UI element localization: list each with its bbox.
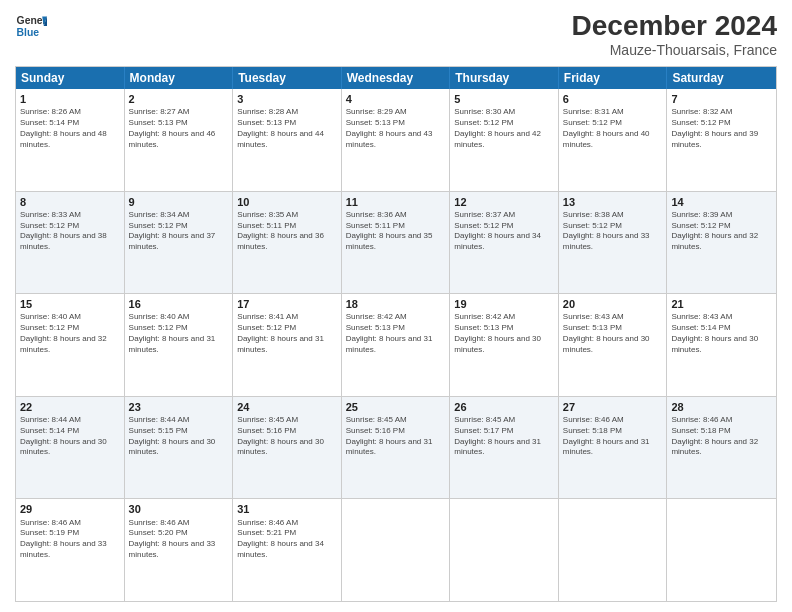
cell-info: Sunrise: 8:34 AMSunset: 5:12 PMDaylight:… <box>129 210 229 253</box>
calendar-cell: 29Sunrise: 8:46 AMSunset: 5:19 PMDayligh… <box>16 499 125 601</box>
cell-info: Sunrise: 8:38 AMSunset: 5:12 PMDaylight:… <box>563 210 663 253</box>
page: General Blue December 2024 Mauze-Thouars… <box>0 0 792 612</box>
day-number: 9 <box>129 195 229 209</box>
day-number: 27 <box>563 400 663 414</box>
day-number: 16 <box>129 297 229 311</box>
day-number: 15 <box>20 297 120 311</box>
cell-info: Sunrise: 8:39 AMSunset: 5:12 PMDaylight:… <box>671 210 772 253</box>
cell-info: Sunrise: 8:27 AMSunset: 5:13 PMDaylight:… <box>129 107 229 150</box>
calendar-cell <box>342 499 451 601</box>
cell-info: Sunrise: 8:37 AMSunset: 5:12 PMDaylight:… <box>454 210 554 253</box>
day-number: 31 <box>237 502 337 516</box>
day-number: 18 <box>346 297 446 311</box>
calendar-cell: 6Sunrise: 8:31 AMSunset: 5:12 PMDaylight… <box>559 89 668 191</box>
header-day: Tuesday <box>233 67 342 89</box>
header-day: Monday <box>125 67 234 89</box>
logo: General Blue <box>15 10 47 42</box>
header: General Blue December 2024 Mauze-Thouars… <box>15 10 777 58</box>
day-number: 23 <box>129 400 229 414</box>
header-day: Friday <box>559 67 668 89</box>
day-number: 26 <box>454 400 554 414</box>
cell-info: Sunrise: 8:45 AMSunset: 5:16 PMDaylight:… <box>237 415 337 458</box>
calendar-cell: 8Sunrise: 8:33 AMSunset: 5:12 PMDaylight… <box>16 192 125 294</box>
day-number: 24 <box>237 400 337 414</box>
calendar-cell: 26Sunrise: 8:45 AMSunset: 5:17 PMDayligh… <box>450 397 559 499</box>
day-number: 6 <box>563 92 663 106</box>
calendar-cell: 16Sunrise: 8:40 AMSunset: 5:12 PMDayligh… <box>125 294 234 396</box>
cell-info: Sunrise: 8:46 AMSunset: 5:21 PMDaylight:… <box>237 518 337 561</box>
cell-info: Sunrise: 8:33 AMSunset: 5:12 PMDaylight:… <box>20 210 120 253</box>
cell-info: Sunrise: 8:36 AMSunset: 5:11 PMDaylight:… <box>346 210 446 253</box>
day-number: 13 <box>563 195 663 209</box>
cell-info: Sunrise: 8:28 AMSunset: 5:13 PMDaylight:… <box>237 107 337 150</box>
calendar-cell: 2Sunrise: 8:27 AMSunset: 5:13 PMDaylight… <box>125 89 234 191</box>
calendar-cell: 31Sunrise: 8:46 AMSunset: 5:21 PMDayligh… <box>233 499 342 601</box>
day-number: 17 <box>237 297 337 311</box>
calendar-row: 8Sunrise: 8:33 AMSunset: 5:12 PMDaylight… <box>16 191 776 294</box>
cell-info: Sunrise: 8:46 AMSunset: 5:19 PMDaylight:… <box>20 518 120 561</box>
day-number: 4 <box>346 92 446 106</box>
calendar-header: SundayMondayTuesdayWednesdayThursdayFrid… <box>16 67 776 89</box>
location: Mauze-Thouarsais, France <box>572 42 777 58</box>
cell-info: Sunrise: 8:40 AMSunset: 5:12 PMDaylight:… <box>20 312 120 355</box>
calendar-cell: 22Sunrise: 8:44 AMSunset: 5:14 PMDayligh… <box>16 397 125 499</box>
day-number: 29 <box>20 502 120 516</box>
cell-info: Sunrise: 8:43 AMSunset: 5:14 PMDaylight:… <box>671 312 772 355</box>
calendar-row: 1Sunrise: 8:26 AMSunset: 5:14 PMDaylight… <box>16 89 776 191</box>
cell-info: Sunrise: 8:41 AMSunset: 5:12 PMDaylight:… <box>237 312 337 355</box>
calendar-cell: 23Sunrise: 8:44 AMSunset: 5:15 PMDayligh… <box>125 397 234 499</box>
day-number: 3 <box>237 92 337 106</box>
calendar-cell: 19Sunrise: 8:42 AMSunset: 5:13 PMDayligh… <box>450 294 559 396</box>
calendar-cell: 20Sunrise: 8:43 AMSunset: 5:13 PMDayligh… <box>559 294 668 396</box>
cell-info: Sunrise: 8:45 AMSunset: 5:16 PMDaylight:… <box>346 415 446 458</box>
cell-info: Sunrise: 8:26 AMSunset: 5:14 PMDaylight:… <box>20 107 120 150</box>
day-number: 21 <box>671 297 772 311</box>
calendar-cell: 28Sunrise: 8:46 AMSunset: 5:18 PMDayligh… <box>667 397 776 499</box>
day-number: 10 <box>237 195 337 209</box>
day-number: 14 <box>671 195 772 209</box>
calendar-cell: 17Sunrise: 8:41 AMSunset: 5:12 PMDayligh… <box>233 294 342 396</box>
calendar-cell: 3Sunrise: 8:28 AMSunset: 5:13 PMDaylight… <box>233 89 342 191</box>
day-number: 11 <box>346 195 446 209</box>
header-day: Saturday <box>667 67 776 89</box>
calendar-cell: 21Sunrise: 8:43 AMSunset: 5:14 PMDayligh… <box>667 294 776 396</box>
calendar-cell <box>667 499 776 601</box>
calendar-row: 15Sunrise: 8:40 AMSunset: 5:12 PMDayligh… <box>16 293 776 396</box>
header-day: Wednesday <box>342 67 451 89</box>
logo-icon: General Blue <box>15 10 47 42</box>
cell-info: Sunrise: 8:32 AMSunset: 5:12 PMDaylight:… <box>671 107 772 150</box>
calendar-body: 1Sunrise: 8:26 AMSunset: 5:14 PMDaylight… <box>16 89 776 601</box>
day-number: 22 <box>20 400 120 414</box>
calendar-cell: 9Sunrise: 8:34 AMSunset: 5:12 PMDaylight… <box>125 192 234 294</box>
calendar: SundayMondayTuesdayWednesdayThursdayFrid… <box>15 66 777 602</box>
header-day: Sunday <box>16 67 125 89</box>
calendar-row: 22Sunrise: 8:44 AMSunset: 5:14 PMDayligh… <box>16 396 776 499</box>
calendar-cell: 1Sunrise: 8:26 AMSunset: 5:14 PMDaylight… <box>16 89 125 191</box>
cell-info: Sunrise: 8:35 AMSunset: 5:11 PMDaylight:… <box>237 210 337 253</box>
header-day: Thursday <box>450 67 559 89</box>
month-title: December 2024 <box>572 10 777 42</box>
cell-info: Sunrise: 8:46 AMSunset: 5:18 PMDaylight:… <box>671 415 772 458</box>
calendar-cell: 12Sunrise: 8:37 AMSunset: 5:12 PMDayligh… <box>450 192 559 294</box>
calendar-cell: 4Sunrise: 8:29 AMSunset: 5:13 PMDaylight… <box>342 89 451 191</box>
cell-info: Sunrise: 8:43 AMSunset: 5:13 PMDaylight:… <box>563 312 663 355</box>
calendar-cell: 24Sunrise: 8:45 AMSunset: 5:16 PMDayligh… <box>233 397 342 499</box>
cell-info: Sunrise: 8:44 AMSunset: 5:14 PMDaylight:… <box>20 415 120 458</box>
cell-info: Sunrise: 8:29 AMSunset: 5:13 PMDaylight:… <box>346 107 446 150</box>
day-number: 30 <box>129 502 229 516</box>
calendar-cell: 27Sunrise: 8:46 AMSunset: 5:18 PMDayligh… <box>559 397 668 499</box>
day-number: 7 <box>671 92 772 106</box>
calendar-cell <box>450 499 559 601</box>
cell-info: Sunrise: 8:45 AMSunset: 5:17 PMDaylight:… <box>454 415 554 458</box>
calendar-row: 29Sunrise: 8:46 AMSunset: 5:19 PMDayligh… <box>16 498 776 601</box>
day-number: 8 <box>20 195 120 209</box>
calendar-cell: 25Sunrise: 8:45 AMSunset: 5:16 PMDayligh… <box>342 397 451 499</box>
calendar-cell: 11Sunrise: 8:36 AMSunset: 5:11 PMDayligh… <box>342 192 451 294</box>
day-number: 5 <box>454 92 554 106</box>
title-block: December 2024 Mauze-Thouarsais, France <box>572 10 777 58</box>
calendar-cell: 7Sunrise: 8:32 AMSunset: 5:12 PMDaylight… <box>667 89 776 191</box>
cell-info: Sunrise: 8:42 AMSunset: 5:13 PMDaylight:… <box>346 312 446 355</box>
day-number: 28 <box>671 400 772 414</box>
calendar-cell: 13Sunrise: 8:38 AMSunset: 5:12 PMDayligh… <box>559 192 668 294</box>
cell-info: Sunrise: 8:30 AMSunset: 5:12 PMDaylight:… <box>454 107 554 150</box>
